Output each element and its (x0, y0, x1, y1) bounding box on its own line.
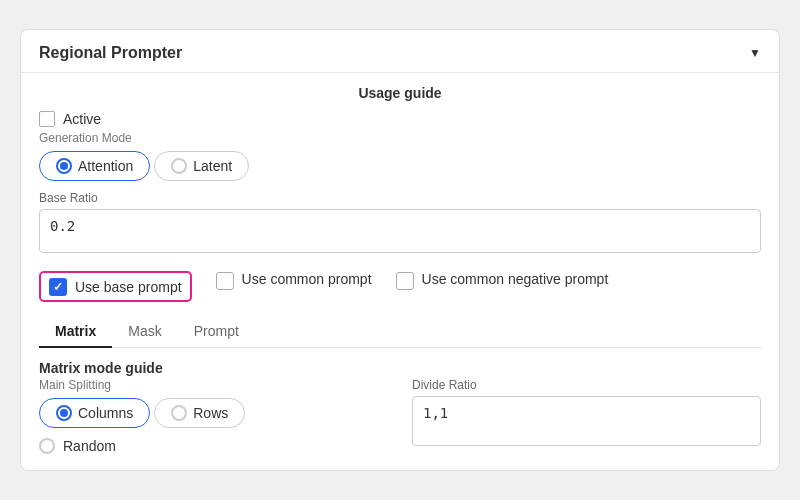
active-checkbox[interactable] (39, 111, 55, 127)
checkboxes-row: Use base prompt Use common prompt Use co… (39, 271, 761, 302)
collapse-icon[interactable]: ▼ (749, 46, 761, 60)
tab-matrix[interactable]: Matrix (39, 316, 112, 348)
bottom-row: Main Splitting Columns Rows Random (39, 378, 761, 454)
use-base-prompt-label: Use base prompt (75, 279, 182, 295)
panel-body: Usage guide Active Generation Mode Atten… (21, 73, 779, 470)
use-base-prompt-item: Use base prompt (39, 271, 192, 302)
panel-title: Regional Prompter (39, 44, 182, 62)
regional-prompter-panel: Regional Prompter ▼ Usage guide Active G… (20, 29, 780, 471)
panel-header: Regional Prompter ▼ (21, 30, 779, 73)
active-label: Active (63, 111, 101, 127)
base-ratio-label: Base Ratio (39, 191, 761, 205)
radio-attention[interactable]: Attention (39, 151, 150, 181)
random-row: Random (39, 438, 388, 454)
radio-latent-label: Latent (193, 158, 232, 174)
use-common-negative-prompt-checkbox[interactable] (396, 272, 414, 290)
splitting-group: Columns Rows (39, 398, 388, 428)
radio-columns-circle (56, 405, 72, 421)
matrix-guide-title: Matrix mode guide (39, 360, 761, 376)
base-ratio-input[interactable] (39, 209, 761, 253)
use-common-prompt-item: Use common prompt (216, 271, 372, 290)
use-common-prompt-label: Use common prompt (242, 271, 372, 287)
left-col: Main Splitting Columns Rows Random (39, 378, 388, 454)
tabs-row: Matrix Mask Prompt (39, 316, 761, 348)
radio-attention-label: Attention (78, 158, 133, 174)
active-row: Active (39, 111, 761, 127)
radio-rows-label: Rows (193, 405, 228, 421)
radio-attention-circle (56, 158, 72, 174)
radio-rows-circle (171, 405, 187, 421)
tab-prompt[interactable]: Prompt (178, 316, 255, 348)
radio-columns-label: Columns (78, 405, 133, 421)
random-label: Random (63, 438, 116, 454)
usage-guide-row: Usage guide (39, 85, 761, 101)
divide-ratio-input[interactable] (412, 396, 761, 446)
radio-latent[interactable]: Latent (154, 151, 249, 181)
use-base-prompt-checkbox[interactable] (49, 278, 67, 296)
radio-rows[interactable]: Rows (154, 398, 245, 428)
use-common-negative-prompt-item: Use common negative prompt (396, 271, 609, 290)
divide-ratio-label: Divide Ratio (412, 378, 761, 392)
radio-latent-circle (171, 158, 187, 174)
radio-columns[interactable]: Columns (39, 398, 150, 428)
radio-random-circle[interactable] (39, 438, 55, 454)
generation-mode-group: Attention Latent (39, 151, 761, 181)
usage-guide-link[interactable]: Usage guide (358, 85, 441, 101)
tab-mask[interactable]: Mask (112, 316, 177, 348)
use-common-negative-prompt-label: Use common negative prompt (422, 271, 609, 287)
generation-mode-label: Generation Mode (39, 131, 761, 145)
use-common-prompt-checkbox[interactable] (216, 272, 234, 290)
main-splitting-label: Main Splitting (39, 378, 388, 392)
right-col: Divide Ratio (412, 378, 761, 450)
